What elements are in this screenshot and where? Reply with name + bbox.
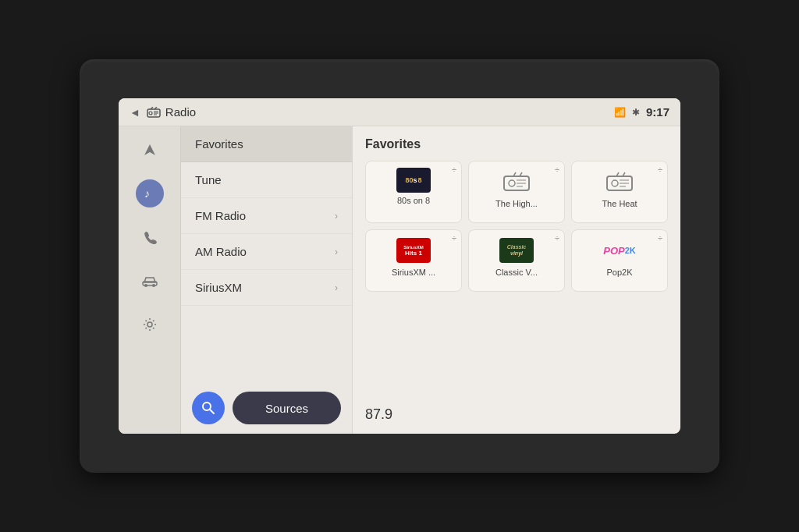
favorite-card-80s-on-8[interactable]: ÷ 80s8 80s on 8	[365, 161, 462, 223]
chevron-right-icon: ›	[335, 246, 338, 257]
top-bar-right: 📶 ✱ 9:17	[614, 105, 669, 119]
signal-icon: 📶	[614, 107, 626, 118]
favorite-card-the-highway[interactable]: ÷ The High...	[468, 161, 565, 223]
clock: 9:17	[646, 105, 669, 119]
80s-on-8-logo: 80s8	[396, 168, 431, 193]
svg-text:♪: ♪	[144, 187, 150, 200]
sidebar-icon-car[interactable]	[136, 267, 164, 295]
svg-point-16	[509, 180, 515, 186]
svg-point-23	[612, 180, 618, 186]
svg-line-14	[210, 410, 214, 413]
card-label-heat: The Heat	[602, 199, 637, 208]
favorite-card-pop2k[interactable]: ÷ POP2K Pop2K	[571, 229, 668, 292]
top-bar-left: ◄ Radio	[130, 105, 196, 119]
the-highway-logo	[498, 168, 535, 196]
classic-vinyl-logo: Classic vinyl	[498, 236, 535, 264]
siriusxm-logo: SiriusXM Hits 1	[395, 236, 432, 264]
menu-item-siriusxm[interactable]: SiriusXM ›	[181, 270, 352, 306]
card-menu-icon: ÷	[555, 233, 559, 243]
card-label-classic-vinyl: Classic V...	[495, 268, 538, 277]
menu-item-fm-radio[interactable]: FM Radio ›	[181, 198, 352, 234]
chevron-right-icon: ›	[335, 282, 338, 293]
svg-point-11	[152, 284, 155, 287]
sources-button[interactable]: Sources	[233, 392, 341, 424]
svg-marker-7	[144, 144, 155, 155]
sidebar-icon-music[interactable]: ♪	[136, 179, 164, 207]
sidebar-icon-settings[interactable]	[136, 310, 164, 339]
pop2k-logo: POP2K	[601, 236, 638, 264]
menu-item-favorites[interactable]: Favorites	[181, 126, 352, 162]
card-menu-icon: ÷	[658, 233, 662, 243]
main-content: ♪	[119, 126, 680, 434]
favorites-grid: ÷ 80s8 80s on 8 ÷	[365, 161, 668, 292]
sidebar-icon-phone[interactable]	[136, 223, 164, 251]
card-menu-icon: ÷	[452, 165, 456, 174]
card-label-siriusxm: SiriusXM ...	[392, 268, 435, 277]
card-label-80s: 80s on 8	[397, 196, 430, 205]
card-menu-icon: ÷	[555, 165, 559, 174]
car-display-unit: ◄ Radio 📶 ✱ 9:17	[80, 59, 719, 473]
infotainment-screen: ◄ Radio 📶 ✱ 9:17	[119, 98, 680, 434]
bluetooth-icon: ✱	[632, 107, 640, 118]
card-menu-icon: ÷	[658, 165, 662, 174]
screen-title: Radio	[147, 105, 196, 119]
navigation-arrow-icon: ◄	[130, 106, 140, 119]
svg-point-12	[147, 322, 152, 327]
sidebar-icon-navigation[interactable]	[136, 136, 164, 164]
chevron-right-icon: ›	[335, 211, 338, 222]
favorite-card-classic-vinyl[interactable]: ÷ Classic vinyl Classic V...	[468, 229, 565, 292]
the-heat-logo	[601, 168, 638, 196]
card-label-highway: The High...	[495, 199, 538, 208]
menu-item-tune[interactable]: Tune	[181, 162, 352, 198]
bottom-actions: Sources	[181, 382, 352, 434]
radio-title-icon	[147, 107, 161, 118]
menu-item-am-radio[interactable]: AM Radio ›	[181, 234, 352, 270]
favorites-heading: Favorites	[365, 137, 668, 151]
menu-panel: Favorites Tune FM Radio › AM Radio › Sir…	[181, 126, 353, 434]
sidebar: ♪	[119, 126, 181, 434]
svg-point-1	[149, 112, 152, 115]
card-label-pop2k: Pop2K	[606, 268, 632, 277]
favorite-card-the-heat[interactable]: ÷ The Heat	[571, 161, 668, 223]
card-menu-icon: ÷	[452, 233, 456, 243]
right-panel: Favorites ÷ 80s8 80s on 8 ÷	[353, 126, 680, 434]
svg-point-10	[144, 284, 147, 287]
search-button[interactable]	[192, 392, 225, 424]
top-bar: ◄ Radio 📶 ✱ 9:17	[119, 98, 680, 126]
frequency-display: 87.9	[365, 406, 668, 423]
favorite-card-siriusxm[interactable]: ÷ SiriusXM Hits 1 SiriusXM ...	[365, 229, 462, 292]
